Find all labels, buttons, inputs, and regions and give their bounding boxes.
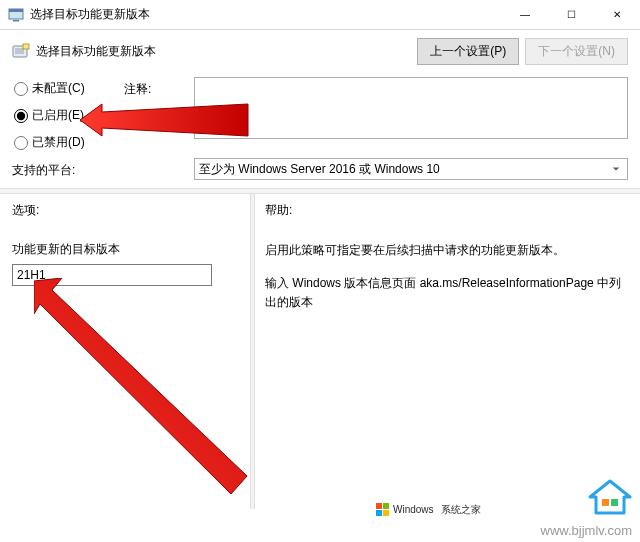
target-version-label: 功能更新的目标版本	[12, 241, 240, 258]
page-title: 选择目标功能更新版本	[36, 43, 156, 60]
prev-setting-button[interactable]: 上一个设置(P)	[417, 38, 519, 65]
app-icon	[8, 7, 24, 23]
close-button[interactable]: ✕	[594, 0, 640, 30]
svg-rect-10	[376, 503, 382, 509]
minimize-button[interactable]: —	[502, 0, 548, 30]
top-section: 选择目标功能更新版本 上一个设置(P) 下一个设置(N) 未配置(C) 注释: …	[0, 30, 640, 184]
radio-not-configured[interactable]: 未配置(C)	[12, 77, 122, 100]
watermark-url: www.bjjmlv.com	[541, 523, 633, 538]
svg-rect-2	[13, 20, 19, 22]
titlebar: 选择目标功能更新版本 — ☐ ✕	[0, 0, 640, 30]
options-pane: 选项: 功能更新的目标版本	[0, 194, 250, 509]
bottom-section: 选项: 功能更新的目标版本 帮助: 启用此策略可指定要在后续扫描中请求的功能更新…	[0, 194, 640, 509]
supported-platform-value: 至少为 Windows Server 2016 或 Windows 10	[199, 161, 440, 178]
svg-text:Windows: Windows	[393, 504, 434, 515]
watermark-logo: Windows 系统之家	[376, 491, 506, 532]
radio-enabled-input[interactable]	[14, 109, 28, 123]
svg-rect-17	[602, 499, 609, 506]
svg-rect-18	[611, 499, 618, 506]
help-body: 启用此策略可指定要在后续扫描中请求的功能更新版本。 输入 Windows 版本信…	[265, 241, 628, 327]
platform-label: 支持的平台:	[12, 158, 122, 179]
help-paragraph-2: 输入 Windows 版本信息页面 aka.ms/ReleaseInformat…	[265, 274, 628, 312]
radio-not-configured-label: 未配置(C)	[32, 80, 85, 97]
svg-rect-1	[9, 9, 23, 12]
radio-disabled-label: 已禁用(D)	[32, 134, 85, 151]
radio-enabled-label: 已启用(E)	[32, 107, 84, 124]
radio-not-configured-input[interactable]	[14, 82, 28, 96]
help-paragraph-1: 启用此策略可指定要在后续扫描中请求的功能更新版本。	[265, 241, 628, 260]
help-heading: 帮助:	[265, 202, 628, 219]
svg-rect-4	[23, 44, 29, 49]
comment-textarea[interactable]	[194, 77, 628, 139]
svg-rect-12	[376, 510, 382, 516]
comment-label: 注释:	[124, 77, 192, 98]
radio-disabled-input[interactable]	[14, 136, 28, 150]
watermark-house-icon	[588, 479, 632, 518]
chevron-down-icon	[608, 161, 624, 177]
svg-rect-11	[383, 503, 389, 509]
radio-enabled[interactable]: 已启用(E)	[12, 104, 122, 127]
radio-disabled[interactable]: 已禁用(D)	[12, 131, 122, 154]
svg-marker-16	[590, 481, 630, 513]
maximize-button[interactable]: ☐	[548, 0, 594, 30]
supported-platform-dropdown[interactable]: 至少为 Windows Server 2016 或 Windows 10	[194, 158, 628, 180]
help-pane: 帮助: 启用此策略可指定要在后续扫描中请求的功能更新版本。 输入 Windows…	[255, 194, 640, 509]
svg-rect-13	[383, 510, 389, 516]
window-title: 选择目标功能更新版本	[30, 6, 150, 23]
svg-text:系统之家: 系统之家	[441, 504, 481, 515]
policy-icon	[12, 43, 30, 61]
options-heading: 选项:	[12, 202, 240, 219]
next-setting-button: 下一个设置(N)	[525, 38, 628, 65]
target-version-input[interactable]	[12, 264, 212, 286]
